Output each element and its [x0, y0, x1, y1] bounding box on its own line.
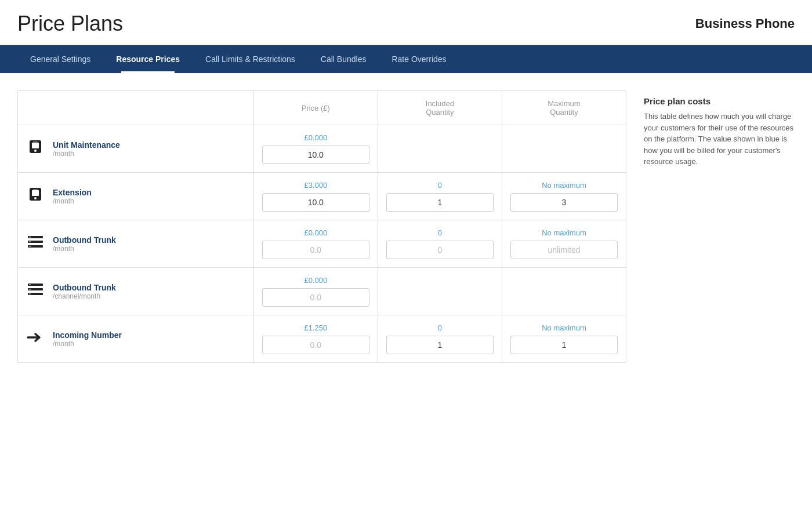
- svg-rect-13: [29, 246, 31, 247]
- price-input[interactable]: [262, 146, 369, 164]
- included-cell-4: 0: [378, 315, 502, 363]
- max-input[interactable]: [510, 336, 618, 354]
- svg-rect-11: [29, 237, 31, 238]
- svg-rect-7: [33, 189, 38, 190]
- svg-point-2: [34, 150, 37, 152]
- resource-name: Outbound Trunk: [53, 283, 116, 292]
- table-row: Unit Maintenance /month £0.000: [18, 125, 626, 173]
- resource-period: /month: [53, 197, 92, 205]
- price-ref: £0.000: [262, 133, 369, 142]
- nav-item-rate-overrides[interactable]: Rate Overrides: [379, 45, 459, 73]
- resource-period: /month: [53, 245, 116, 253]
- price-table: Price (£)IncludedQuantityMaximumQuantity…: [17, 90, 626, 363]
- resource-cell-1: Extension /month: [18, 173, 254, 220]
- included-ref: 0: [386, 324, 494, 332]
- price-input[interactable]: [262, 193, 369, 212]
- resource-cell-2: Outbound Trunk /month: [18, 220, 254, 268]
- max-cell-4: No maximum: [502, 315, 626, 363]
- svg-rect-5: [32, 190, 39, 196]
- svg-point-6: [34, 197, 37, 199]
- table-row: Incoming Number /month £1.2500No maximum: [18, 315, 626, 363]
- included-input[interactable]: [386, 241, 494, 259]
- price-ref: £1.250: [262, 324, 369, 332]
- price-ref: £3.000: [262, 181, 369, 190]
- resource-name: Incoming Number: [53, 330, 122, 340]
- navigation: General SettingsResource PricesCall Limi…: [0, 45, 812, 73]
- max-cell-3: [502, 268, 626, 315]
- included-cell-0: [378, 125, 502, 173]
- price-input[interactable]: [262, 288, 369, 307]
- trunk-icon: [26, 282, 45, 300]
- nav-item-call-limits-and-restrictions[interactable]: Call Limits & Restrictions: [193, 45, 308, 73]
- price-ref: £0.000: [262, 276, 369, 285]
- col-header-0: [18, 91, 254, 125]
- page-title: Price Plans: [17, 12, 123, 36]
- resource-name: Extension: [53, 188, 92, 197]
- max-cell-1: No maximum: [502, 173, 626, 220]
- col-header-2: IncludedQuantity: [378, 91, 502, 125]
- price-cell-1: £3.000: [253, 173, 378, 220]
- resource-period: /month: [53, 150, 120, 158]
- page-header: Price Plans Business Phone: [0, 0, 812, 45]
- price-cell-0: £0.000: [253, 125, 378, 173]
- price-table-section: Price (£)IncludedQuantityMaximumQuantity…: [17, 90, 626, 363]
- max-cell-0: [502, 125, 626, 173]
- resource-cell-3: Outbound Trunk /channel/month: [18, 268, 254, 315]
- included-input[interactable]: [386, 336, 494, 354]
- trunk-icon: [26, 235, 45, 253]
- resource-period: /channel/month: [53, 292, 116, 300]
- phone-icon: [26, 186, 45, 207]
- included-cell-3: [378, 268, 502, 315]
- svg-rect-17: [29, 285, 31, 285]
- price-input[interactable]: [262, 241, 369, 259]
- max-ref: No maximum: [510, 228, 618, 237]
- svg-rect-18: [29, 289, 31, 290]
- resource-name: Unit Maintenance: [53, 140, 120, 150]
- sidebar-description: This table defines how much you will cha…: [644, 111, 795, 168]
- main-content: Price (£)IncludedQuantityMaximumQuantity…: [0, 73, 812, 380]
- max-cell-2: No maximum: [502, 220, 626, 268]
- resource-cell-4: Incoming Number /month: [18, 315, 254, 363]
- price-ref: £0.000: [262, 228, 369, 237]
- svg-rect-1: [32, 143, 39, 148]
- phone-icon: [26, 138, 45, 159]
- max-input[interactable]: [510, 193, 618, 212]
- price-input[interactable]: [262, 336, 369, 354]
- arrow-icon: [26, 330, 45, 348]
- nav-item-call-bundles[interactable]: Call Bundles: [308, 45, 379, 73]
- table-row: Extension /month £3.0000No maximum: [18, 173, 626, 220]
- svg-rect-3: [33, 141, 38, 143]
- table-row: Outbound Trunk /channel/month £0.000: [18, 268, 626, 315]
- price-cell-4: £1.250: [253, 315, 378, 363]
- included-input[interactable]: [386, 193, 494, 212]
- max-ref: No maximum: [510, 324, 618, 332]
- included-ref: 0: [386, 228, 494, 237]
- resource-cell-0: Unit Maintenance /month: [18, 125, 254, 173]
- price-cell-2: £0.000: [253, 220, 378, 268]
- table-row: Outbound Trunk /month £0.0000No maximum: [18, 220, 626, 268]
- included-cell-1: 0: [378, 173, 502, 220]
- resource-name: Outbound Trunk: [53, 235, 116, 245]
- brand-name: Business Phone: [695, 16, 795, 31]
- col-header-3: MaximumQuantity: [502, 91, 626, 125]
- sidebar-title: Price plan costs: [644, 96, 795, 106]
- included-cell-2: 0: [378, 220, 502, 268]
- svg-rect-12: [29, 242, 31, 242]
- col-header-1: Price (£): [253, 91, 378, 125]
- nav-item-resource-prices[interactable]: Resource Prices: [103, 45, 193, 73]
- resource-period: /month: [53, 340, 122, 348]
- svg-rect-19: [29, 294, 31, 295]
- included-ref: 0: [386, 181, 494, 190]
- sidebar: Price plan costs This table defines how …: [644, 90, 795, 363]
- nav-item-general-settings[interactable]: General Settings: [17, 45, 103, 73]
- max-ref: No maximum: [510, 181, 618, 190]
- max-input[interactable]: [510, 241, 618, 259]
- price-cell-3: £0.000: [253, 268, 378, 315]
